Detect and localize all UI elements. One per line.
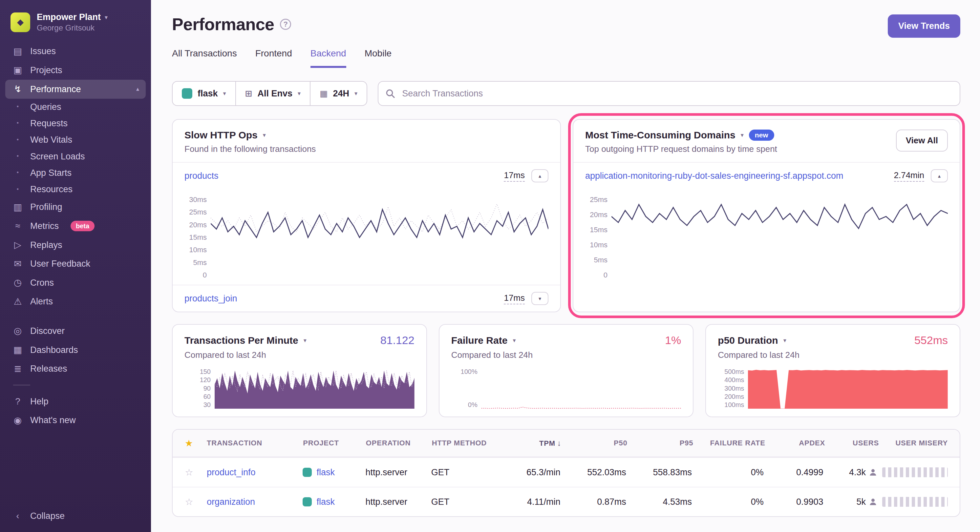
- issues-icon: ▤: [12, 46, 24, 57]
- chevron-down-icon[interactable]: ▾: [783, 337, 786, 344]
- sidebar-item-queries[interactable]: •Queries: [5, 99, 146, 115]
- transaction-link[interactable]: products_join: [185, 294, 237, 304]
- transaction-link[interactable]: products: [185, 171, 219, 181]
- metric-value: 552ms: [914, 334, 948, 347]
- releases-icon: ≣: [12, 364, 24, 375]
- project-filter-button[interactable]: flask ▾: [172, 81, 236, 106]
- project-link[interactable]: flask: [317, 467, 335, 478]
- sidebar-item-releases[interactable]: ≣Releases: [5, 359, 146, 378]
- beta-badge: beta: [70, 221, 94, 231]
- p50-cell: 0.87ms: [565, 497, 626, 507]
- user-icon: [869, 498, 877, 506]
- bullet-icon: •: [12, 103, 24, 111]
- performance-tabs: All Transactions Frontend Backend Mobile: [172, 48, 960, 68]
- view-all-button[interactable]: View All: [896, 130, 948, 151]
- sidebar-item-metrics[interactable]: ≈Metricsbeta: [5, 216, 146, 235]
- tab-backend[interactable]: Backend: [310, 48, 346, 68]
- search-icon: [386, 89, 395, 98]
- bullet-icon: •: [12, 169, 24, 176]
- http-method-cell: GET: [431, 497, 495, 507]
- transactions-per-minute-card: Transactions Per Minute ▾ 81.122 Compare…: [172, 324, 427, 417]
- performance-icon: ↯: [12, 84, 24, 95]
- col-failure-rate[interactable]: FAILURE RATE: [698, 439, 765, 447]
- org-switcher[interactable]: ◆ Empower Plant▾ George Gritsouk: [0, 9, 151, 42]
- card-title: Failure Rate: [451, 335, 508, 346]
- sidebar-item-alerts[interactable]: ⚠Alerts: [5, 292, 146, 311]
- sidebar-item-label: Profiling: [30, 202, 62, 212]
- search-input[interactable]: [378, 81, 960, 106]
- sidebar-item-dashboards[interactable]: ▦Dashboards: [5, 340, 146, 359]
- search-container: [378, 81, 960, 106]
- project-link[interactable]: flask: [317, 497, 335, 507]
- col-users[interactable]: USERS: [830, 439, 879, 447]
- environment-filter-button[interactable]: ⊞ All Envs ▾: [235, 81, 310, 106]
- sidebar-item-app-starts[interactable]: •App Starts: [5, 165, 146, 181]
- domain-link[interactable]: application-monitoring-ruby-dot-sales-en…: [585, 171, 843, 181]
- col-operation[interactable]: OPERATION: [366, 439, 427, 447]
- chevron-up-icon: ▴: [539, 173, 541, 179]
- col-p50[interactable]: P50: [567, 439, 627, 447]
- table-row[interactable]: ☆ organization flask http.server GET 4.1…: [173, 487, 960, 516]
- sidebar-item-screen-loads[interactable]: •Screen Loads: [5, 148, 146, 165]
- collapse-button[interactable]: ‹Collapse: [5, 507, 146, 526]
- tab-mobile[interactable]: Mobile: [364, 48, 391, 68]
- col-user-misery[interactable]: USER MISERY: [884, 439, 948, 447]
- star-icon[interactable]: ☆: [185, 467, 193, 478]
- tab-all-transactions[interactable]: All Transactions: [172, 48, 237, 68]
- most-time-consuming-domains-card: Most Time-Consuming Domains ▾ new Top ou…: [573, 119, 960, 312]
- chevron-down-icon[interactable]: ▾: [304, 337, 307, 344]
- chevron-down-icon[interactable]: ▾: [263, 132, 266, 139]
- sidebar-item-requests[interactable]: •Requests: [5, 115, 146, 132]
- project-cell: flask: [302, 497, 360, 507]
- view-trends-button[interactable]: View Trends: [888, 14, 960, 38]
- card-subtitle: Found in the following transactions: [185, 144, 316, 154]
- sidebar-item-whats-new[interactable]: ◉What's new: [5, 411, 146, 430]
- sidebar-item-replays[interactable]: ▷Replays: [5, 235, 146, 254]
- card-subtitle: Compared to last 24h: [185, 350, 415, 360]
- y-axis-labels: 500ms400ms300ms200ms100ms: [718, 368, 744, 409]
- metric-value: 81.122: [380, 334, 415, 347]
- transaction-link[interactable]: organization: [207, 497, 255, 507]
- col-p95[interactable]: P95: [632, 439, 693, 447]
- star-icon[interactable]: ☆: [185, 497, 193, 507]
- sidebar-item-web-vitals[interactable]: •Web Vitals: [5, 132, 146, 148]
- help-circle-icon[interactable]: ?: [280, 19, 291, 30]
- domains-chart: [611, 195, 948, 279]
- collapse-row-button[interactable]: ▴: [531, 169, 549, 183]
- users-cell: 5k: [829, 497, 877, 507]
- table-row[interactable]: ☆ product_info flask http.server GET 65.…: [173, 457, 960, 487]
- bullet-icon: •: [12, 153, 24, 160]
- sidebar-item-discover[interactable]: ◎Discover: [5, 321, 146, 340]
- crons-icon: ◷: [12, 277, 24, 288]
- tab-frontend[interactable]: Frontend: [255, 48, 292, 68]
- sidebar-item-issues[interactable]: ▤Issues: [5, 42, 146, 61]
- col-tpm[interactable]: TPM↓: [501, 438, 562, 448]
- col-http-method[interactable]: HTTP METHOD: [432, 439, 496, 447]
- chart-area: 150120906030: [185, 360, 415, 409]
- chevron-down-icon[interactable]: ▾: [513, 337, 515, 344]
- sidebar-item-projects[interactable]: ▣Projects: [5, 61, 146, 80]
- chevron-down-icon: ▾: [355, 90, 357, 97]
- sidebar-item-performance[interactable]: ↯Performance▴: [5, 80, 146, 99]
- sidebar-item-resources[interactable]: •Resources: [5, 181, 146, 197]
- star-filled-icon[interactable]: ★: [185, 438, 193, 448]
- p95-cell: 4.53ms: [632, 497, 692, 507]
- sidebar-item-profiling[interactable]: ▥Profiling: [5, 198, 146, 217]
- expand-row-button[interactable]: ▾: [531, 292, 549, 305]
- chevron-down-icon[interactable]: ▾: [741, 132, 744, 139]
- profiling-icon: ▥: [12, 202, 24, 213]
- collapse-row-button[interactable]: ▴: [931, 169, 948, 183]
- sidebar-item-help[interactable]: ?Help: [5, 392, 146, 411]
- time-range-filter-button[interactable]: ▦ 24H ▾: [310, 81, 367, 106]
- sidebar-item-crons[interactable]: ◷Crons: [5, 273, 146, 292]
- nav-divider: [13, 385, 30, 385]
- col-project[interactable]: PROJECT: [303, 439, 361, 447]
- bullet-icon: •: [12, 186, 24, 193]
- transaction-link[interactable]: product_info: [207, 467, 256, 477]
- sidebar-item-user-feedback[interactable]: ✉User Feedback: [5, 254, 146, 273]
- col-transaction[interactable]: TRANSACTION: [207, 439, 298, 447]
- org-logo-glyph: ◆: [17, 17, 24, 27]
- sort-desc-icon: ↓: [557, 438, 562, 447]
- sidebar-item-label: App Starts: [30, 168, 72, 178]
- col-apdex[interactable]: APDEX: [771, 439, 825, 447]
